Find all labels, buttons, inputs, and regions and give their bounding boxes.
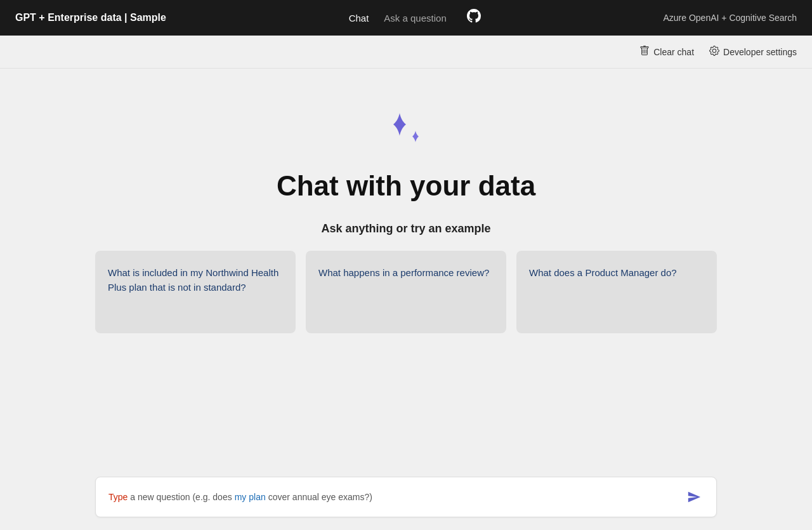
toolbar: Clear chat Developer settings (0, 36, 812, 69)
nav-chat[interactable]: Chat (349, 13, 369, 23)
nav-links: Chat Ask a question (349, 9, 481, 27)
example-card-1[interactable]: What is included in my Northwind Health … (95, 251, 296, 333)
example-cards-container: What is included in my Northwind Health … (95, 251, 717, 333)
example-card-3-text: What does a Product Manager do? (529, 266, 677, 281)
example-card-2-text: What happens in a performance review? (318, 266, 489, 281)
placeholder-type: Type (108, 492, 128, 502)
example-card-3[interactable]: What does a Product Manager do? (516, 251, 717, 333)
navbar: GPT + Enterprise data | Sample Chat Ask … (0, 0, 812, 36)
example-card-1-text: What is included in my Northwind Health … (108, 266, 283, 295)
gear-icon (709, 46, 719, 58)
brand-title: GPT + Enterprise data | Sample (15, 12, 166, 23)
developer-settings-button[interactable]: Developer settings (709, 46, 797, 58)
chat-input-placeholder: Type a new question (e.g. does my plan c… (108, 492, 684, 502)
placeholder-middle: a new question (e.g. does (130, 492, 232, 502)
azure-info: Azure OpenAI + Cognitive Search (663, 13, 797, 23)
sparkle-icon (381, 107, 431, 157)
developer-settings-label: Developer settings (723, 47, 797, 57)
subtitle: Ask anything or try an example (321, 222, 490, 235)
send-button[interactable] (684, 487, 704, 507)
placeholder-myplan: my plan (235, 492, 266, 502)
clear-chat-label: Clear chat (653, 47, 694, 57)
trash-icon (639, 46, 650, 58)
azure-label: Azure OpenAI + Cognitive Search (663, 13, 797, 23)
main-content: Chat with your data Ask anything or try … (0, 69, 812, 530)
main-title: Chat with your data (277, 170, 535, 202)
chat-input-container: Type a new question (e.g. does my plan c… (95, 477, 717, 517)
example-card-2[interactable]: What happens in a performance review? (306, 251, 506, 333)
github-icon[interactable] (467, 9, 481, 27)
placeholder-end: cover annual eye exams?) (268, 492, 372, 502)
nav-ask-question[interactable]: Ask a question (384, 13, 446, 23)
clear-chat-button[interactable]: Clear chat (639, 46, 694, 58)
